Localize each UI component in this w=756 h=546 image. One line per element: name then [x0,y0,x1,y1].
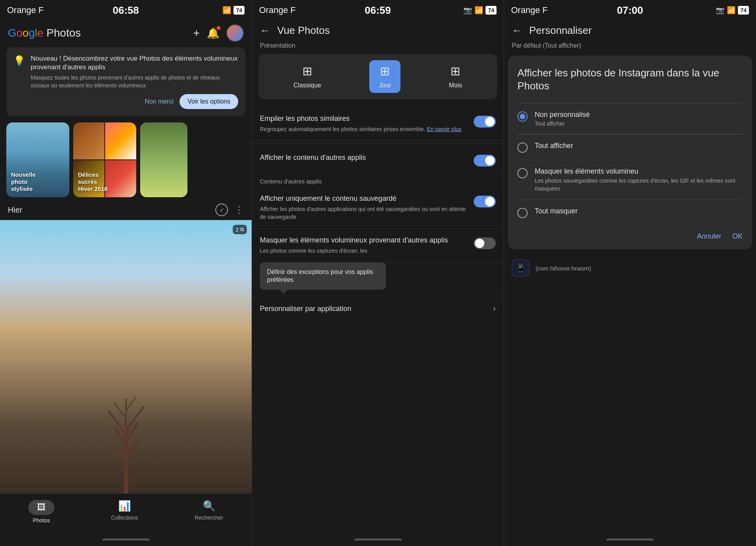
setting-afficher-autres-title: Afficher le contenu d'autres applis [260,153,467,162]
toggle-sauvegarde[interactable] [474,196,496,207]
add-button[interactable]: + [193,27,200,39]
timeline-header: Hier ✓ ⋮ [0,204,252,220]
back-button-p3[interactable]: ← [512,24,522,37]
app-item: 📱 (com.hihonor.hnasm) [504,254,756,282]
setting-sauvegarde: Afficher uniquement le contenu sauvegard… [252,187,504,229]
radio-non-personnalise[interactable]: Non personnalisé Tout afficher [517,103,743,134]
promo-banner: 💡 Nouveau ! Désencombrez votre vue Photo… [6,47,245,116]
radio-outer-3 [517,168,528,178]
page-title-p3: Personnaliser [529,24,592,37]
dialog-title: Afficher les photos de Instagram dans la… [517,67,743,92]
album-label-1: Nouvellephotostylisée [11,171,36,192]
page-title-p2: Vue Photos [277,24,330,37]
no-thanks-button[interactable]: Non merci [145,98,174,105]
radio-masquer-volumineux[interactable]: Masquer les éléments volumineu Les photo… [517,160,743,200]
badge-icon: ⧉ [240,226,244,233]
radio-tout-afficher[interactable]: Tout afficher [517,134,743,160]
annuler-button[interactable]: Annuler [697,232,721,241]
home-indicator-p1 [0,533,252,546]
nav-photos[interactable]: 🖼 Photos [20,498,62,526]
setting-sauvegarde-desc: Afficher les photos d'autres application… [260,205,467,221]
toggle-masquer[interactable] [474,237,496,249]
nav-photos-icon-bg: 🖼 [28,500,54,515]
toggle-thumb-sauvegarde [485,197,495,206]
page-header-p2: ← Vue Photos [252,20,504,42]
album-label-2: DélicessucrésHiver 2018 [78,171,107,192]
divider-1 [252,143,504,144]
battery-p1: 74 [233,6,245,15]
classique-icon: ⊞ [302,64,312,78]
promo-text: Nouveau ! Désencombrez votre vue Photos … [31,54,238,89]
album-item-3[interactable] [140,122,187,197]
toggle-afficher-autres[interactable] [474,155,496,167]
default-label: Par défaut (Tout afficher) [504,42,756,56]
timeline-date: Hier [8,205,22,215]
view-option-mois[interactable]: ⊞ Mois [439,60,472,93]
toggle-empiler[interactable] [474,116,496,128]
en-savoir-plus-link[interactable]: En savoir plus [427,126,461,132]
status-icons-p1: 📶 74 [222,6,245,15]
setting-masquer: Masquer les éléments volumineux provenan… [252,229,504,263]
toggle-thumb-afficher-autres [485,156,495,165]
photo-grid[interactable]: 2 ⧉ [0,220,252,493]
select-button[interactable]: ✓ [215,204,228,216]
see-options-button[interactable]: Voir les options [180,94,238,109]
nav-collections[interactable]: 📊 Collections [103,498,146,523]
setting-masquer-text: Masquer les éléments volumineux provenan… [260,236,467,255]
home-bar-p3 [606,539,654,540]
notification-dot [217,26,220,30]
view-option-classique[interactable]: ⊞ Classique [284,60,330,93]
radio-inner-1 [520,114,525,119]
radio-text-2: Tout afficher [535,142,573,152]
album-item-1[interactable]: Nouvellephotostylisée [6,122,69,197]
radio-desc-3: Les photos sauvegardées comme les captur… [535,177,743,192]
radio-tout-masquer[interactable]: Tout masquer [517,200,743,225]
promo-icon: 💡 [13,55,25,66]
header-icons-p1: + 🔔 [193,24,244,42]
badge-count: 2 [236,227,239,233]
home-indicator-p3 [504,533,756,546]
avatar[interactable] [226,24,244,42]
mois-label: Mois [449,82,462,89]
setting-empiler-text: Empiler les photos similaires Regroupez … [260,114,467,133]
camera-icon-p3: 📷 [716,6,724,15]
home-indicator-p2 [252,533,504,546]
radio-text-1: Non personnalisé Tout afficher [535,111,590,127]
carrier-p3: Orange F [511,5,548,15]
time-p2: 06:59 [365,4,391,17]
setting-empiler: Empiler les photos similaires Regroupez … [252,107,504,141]
more-options-button[interactable]: ⋮ [234,204,244,215]
status-bar-p1: Orange F 06:58 📶 74 [0,0,252,20]
back-button-p2[interactable]: ← [260,24,270,37]
photo-main: 2 ⧉ [0,220,252,493]
notifications-button[interactable]: 🔔 [207,27,219,39]
ok-button[interactable]: OK [732,232,743,241]
panel-google-photos: Orange F 06:58 📶 74 Google Photos + 🔔 💡 … [0,0,252,546]
setting-empiler-desc: Regroupez automatiquement les photos sim… [260,126,467,133]
battery-p2: 74 [485,6,497,15]
tooltip-bubble: Définir des exceptions pour vos applis p… [260,263,386,290]
logo-letter-o1: o [17,27,23,39]
toggle-thumb-masquer [475,239,484,248]
app-name: (com.hihonor.hnasm) [536,265,591,272]
signal-icon-p2: 📶 [474,6,483,15]
promo-top: 💡 Nouveau ! Désencombrez votre vue Photo… [13,54,238,89]
customize-per-app-label: Personnaliser par application [260,305,351,313]
logo-letter-o2: o [22,27,29,39]
home-bar-p1 [102,539,150,540]
logo-letter-g: G [8,27,17,39]
customize-per-app-nav[interactable]: Personnaliser par application › [252,296,504,321]
radio-outer-2 [517,143,528,153]
promo-title: Nouveau ! Désencombrez votre vue Photos … [31,54,238,72]
tree-illustration [87,367,165,493]
setting-afficher-autres-text: Afficher le contenu d'autres applis [260,153,467,165]
app-header-p1: Google Photos + 🔔 [0,20,252,47]
svg-line-9 [126,397,136,411]
panel-personnaliser: Orange F 07:00 📷 📶 74 ← Personnaliser Pa… [504,0,756,546]
status-icons-p2: 📷 📶 74 [463,6,497,15]
nav-search[interactable]: 🔍 Rechercher [187,498,231,523]
bottom-navigation: 🖼 Photos 📊 Collections 🔍 Rechercher [0,493,252,533]
album-item-2[interactable]: DélicessucrésHiver 2018 [73,122,136,197]
nav-collections-label: Collections [111,515,138,521]
view-option-jour[interactable]: ⊞ Jour [369,60,400,93]
